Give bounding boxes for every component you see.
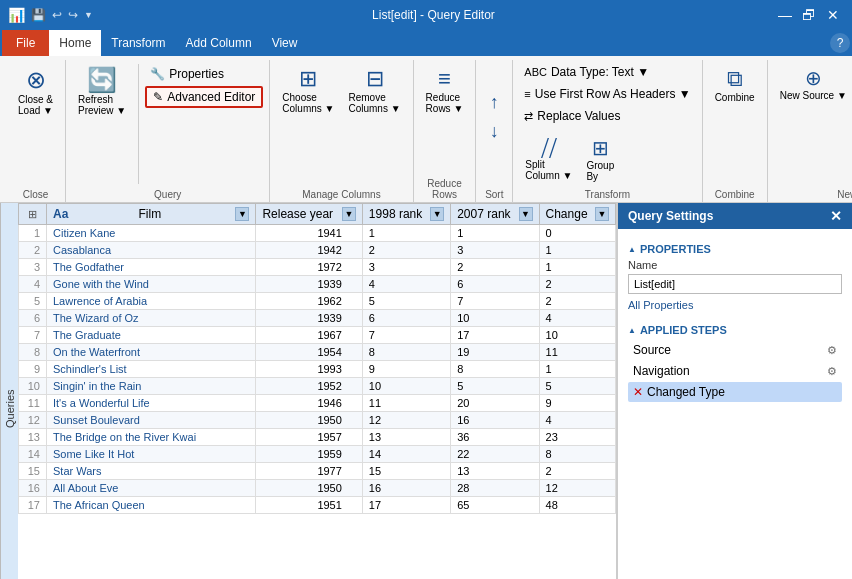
sort-desc-button[interactable]: ↓ bbox=[482, 118, 506, 145]
cell-rank1998: 12 bbox=[362, 412, 450, 429]
step-source[interactable]: Source ⚙ bbox=[628, 340, 842, 360]
release-year-col-label: Release year bbox=[262, 207, 333, 221]
combine-button[interactable]: ⧉ Combine bbox=[709, 62, 761, 107]
cell-film: Some Like It Hot bbox=[47, 446, 256, 463]
replace-values-button[interactable]: ⇄ Replace Values bbox=[519, 106, 695, 126]
rank-2007-filter-btn[interactable]: ▼ bbox=[519, 207, 533, 221]
table-row[interactable]: 1 Citizen Kane 1941 1 1 0 bbox=[19, 225, 616, 242]
menu-view[interactable]: View bbox=[262, 30, 308, 56]
col-header-rank-2007[interactable]: 2007 rank ▼ bbox=[451, 204, 539, 225]
split-column-button[interactable]: ⧸⧸ SplitColumn ▼ bbox=[519, 132, 578, 186]
film-filter-btn[interactable]: ▼ bbox=[235, 207, 249, 221]
settings-close-btn[interactable]: ✕ bbox=[830, 208, 842, 224]
table-row[interactable]: 13 The Bridge on the River Kwai 1957 13 … bbox=[19, 429, 616, 446]
data-table-container[interactable]: ⊞ Aa Film ▼ Rele bbox=[18, 203, 617, 579]
table-row[interactable]: 17 The African Queen 1951 17 65 48 bbox=[19, 497, 616, 514]
remove-columns-button[interactable]: ⊟ RemoveColumns ▼ bbox=[342, 62, 406, 118]
new-source-button[interactable]: ⊕ New Source ▼ bbox=[774, 62, 852, 105]
table-row[interactable]: 11 It's a Wonderful Life 1946 11 20 9 bbox=[19, 395, 616, 412]
menu-transform[interactable]: Transform bbox=[101, 30, 175, 56]
group-by-label: GroupBy bbox=[586, 160, 614, 182]
quick-access-redo[interactable]: ↪ bbox=[68, 8, 78, 22]
quick-access-save[interactable]: 💾 bbox=[31, 8, 46, 22]
cell-rank1998: 9 bbox=[362, 361, 450, 378]
table-row[interactable]: 3 The Godfather 1972 3 2 1 bbox=[19, 259, 616, 276]
release-year-filter-btn[interactable]: ▼ bbox=[342, 207, 356, 221]
cell-change: 12 bbox=[539, 480, 615, 497]
cell-film: Star Wars bbox=[47, 463, 256, 480]
new-query-group-label: New Query bbox=[768, 189, 852, 200]
menu-add-column[interactable]: Add Column bbox=[176, 30, 262, 56]
table-row[interactable]: 8 On the Waterfront 1954 8 19 11 bbox=[19, 344, 616, 361]
close-button[interactable]: ✕ bbox=[822, 4, 844, 26]
minimize-button[interactable]: — bbox=[774, 4, 796, 26]
cell-rownum: 17 bbox=[19, 497, 47, 514]
cell-rank2007: 65 bbox=[451, 497, 539, 514]
cell-change: 8 bbox=[539, 446, 615, 463]
use-first-row-button[interactable]: ≡ Use First Row As Headers ▼ bbox=[519, 84, 695, 104]
step-changed-type[interactable]: ✕ Changed Type bbox=[628, 382, 842, 402]
close-group-label: Close bbox=[6, 189, 65, 200]
step-changed-type-delete-icon[interactable]: ✕ bbox=[633, 385, 643, 399]
data-type-button[interactable]: ABC Data Type: Text ▼ bbox=[519, 62, 695, 82]
help-button[interactable]: ? bbox=[830, 33, 850, 53]
table-row[interactable]: 5 Lawrence of Arabia 1962 5 7 2 bbox=[19, 293, 616, 310]
change-filter-btn[interactable]: ▼ bbox=[595, 207, 609, 221]
cell-year: 1952 bbox=[256, 378, 362, 395]
table-row[interactable]: 9 Schindler's List 1993 9 8 1 bbox=[19, 361, 616, 378]
cell-change: 10 bbox=[539, 327, 615, 344]
step-navigation[interactable]: Navigation ⚙ bbox=[628, 361, 842, 381]
quick-access-undo[interactable]: ↩ bbox=[52, 8, 62, 22]
cell-rownum: 6 bbox=[19, 310, 47, 327]
table-row[interactable]: 12 Sunset Boulevard 1950 12 16 4 bbox=[19, 412, 616, 429]
cell-film: Lawrence of Arabia bbox=[47, 293, 256, 310]
cell-rownum: 3 bbox=[19, 259, 47, 276]
table-row[interactable]: 2 Casablanca 1942 2 3 1 bbox=[19, 242, 616, 259]
cell-rank1998: 1 bbox=[362, 225, 450, 242]
cell-rank2007: 17 bbox=[451, 327, 539, 344]
cell-film: Singin' in the Rain bbox=[47, 378, 256, 395]
reduce-rows-button[interactable]: ≡ ReduceRows ▼ bbox=[420, 62, 470, 118]
cell-rank2007: 2 bbox=[451, 259, 539, 276]
table-row[interactable]: 6 The Wizard of Oz 1939 6 10 4 bbox=[19, 310, 616, 327]
cell-year: 1950 bbox=[256, 480, 362, 497]
cell-year: 1942 bbox=[256, 242, 362, 259]
choose-columns-button[interactable]: ⊞ ChooseColumns ▼ bbox=[276, 62, 340, 118]
cell-rownum: 1 bbox=[19, 225, 47, 242]
step-navigation-gear-icon[interactable]: ⚙ bbox=[827, 365, 837, 378]
close-load-button[interactable]: ⊗ Close &Load ▼ bbox=[12, 62, 59, 120]
group-by-button[interactable]: ⊞ GroupBy bbox=[580, 132, 620, 186]
new-source-label: New Source ▼ bbox=[780, 90, 847, 101]
cell-year: 1939 bbox=[256, 310, 362, 327]
table-row[interactable]: 15 Star Wars 1977 15 13 2 bbox=[19, 463, 616, 480]
table-row[interactable]: 16 All About Eve 1950 16 28 12 bbox=[19, 480, 616, 497]
table-row[interactable]: 7 The Graduate 1967 7 17 10 bbox=[19, 327, 616, 344]
file-menu[interactable]: File bbox=[2, 30, 49, 56]
cell-change: 2 bbox=[539, 293, 615, 310]
col-header-film[interactable]: Aa Film ▼ bbox=[47, 204, 256, 225]
cell-change: 11 bbox=[539, 344, 615, 361]
table-row[interactable]: 10 Singin' in the Rain 1952 10 5 5 bbox=[19, 378, 616, 395]
cell-rank2007: 36 bbox=[451, 429, 539, 446]
quick-access-dropdown[interactable]: ▼ bbox=[84, 10, 93, 20]
name-property-input[interactable] bbox=[628, 274, 842, 294]
menu-home[interactable]: Home bbox=[49, 30, 101, 56]
table-row[interactable]: 14 Some Like It Hot 1959 14 22 8 bbox=[19, 446, 616, 463]
step-source-gear-icon[interactable]: ⚙ bbox=[827, 344, 837, 357]
col-header-change[interactable]: Change ▼ bbox=[539, 204, 615, 225]
properties-button[interactable]: 🔧 Properties bbox=[145, 64, 263, 84]
maximize-button[interactable]: 🗗 bbox=[798, 4, 820, 26]
cell-rownum: 2 bbox=[19, 242, 47, 259]
col-header-release-year[interactable]: Release year ▼ bbox=[256, 204, 362, 225]
table-row[interactable]: 4 Gone with the Wind 1939 4 6 2 bbox=[19, 276, 616, 293]
advanced-editor-button[interactable]: ✎ Advanced Editor bbox=[145, 86, 263, 108]
cell-rank1998: 4 bbox=[362, 276, 450, 293]
col-header-rank-1998[interactable]: 1998 rank ▼ bbox=[362, 204, 450, 225]
cell-rownum: 13 bbox=[19, 429, 47, 446]
all-properties-link[interactable]: All Properties bbox=[628, 299, 693, 311]
remove-columns-label: RemoveColumns ▼ bbox=[348, 92, 400, 114]
sort-asc-button[interactable]: ↑ bbox=[482, 89, 506, 116]
queries-sidebar[interactable]: Queries bbox=[0, 203, 18, 579]
refresh-preview-button[interactable]: 🔄 RefreshPreview ▼ bbox=[72, 62, 132, 120]
rank-1998-filter-btn[interactable]: ▼ bbox=[430, 207, 444, 221]
